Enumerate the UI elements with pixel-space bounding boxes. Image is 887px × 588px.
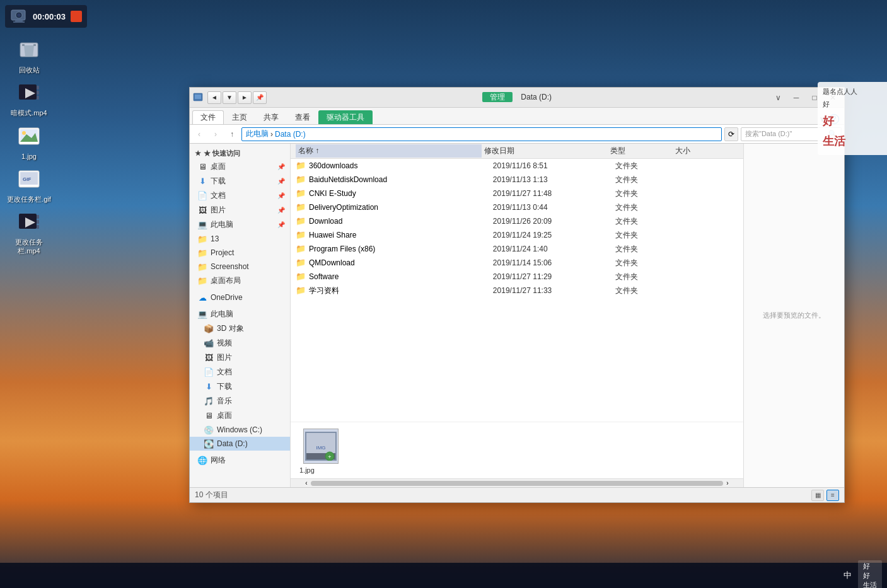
- pin-icon-dl: 📌: [277, 178, 285, 185]
- minimize-button[interactable]: ─: [787, 91, 805, 105]
- sidebar-docs-label: 文档: [211, 190, 226, 201]
- winc-icon: 💿: [204, 425, 214, 435]
- breadcrumb-computer[interactable]: 此电脑: [246, 129, 269, 139]
- file-row[interactable]: 📁 DeliveryOptimization 2019/11/13 0:44 文…: [291, 200, 743, 214]
- up-button[interactable]: ↑: [225, 127, 239, 141]
- img1-label: 1.jpg: [21, 152, 37, 161]
- forward-button[interactable]: ›: [209, 127, 223, 141]
- sidebar-item-13[interactable]: 📁 13: [190, 232, 290, 246]
- file-date: 2019/11/27 11:48: [493, 189, 616, 198]
- sidebar-item-data[interactable]: 💽 Data (D:): [190, 437, 290, 451]
- sidebar-item-screenshot[interactable]: 📁 Screenshot: [190, 260, 290, 274]
- taskbar-lang[interactable]: 中: [840, 568, 855, 582]
- view-btn-grid[interactable]: ▦: [811, 490, 824, 501]
- folder-desktop-icon: 📁: [197, 276, 207, 286]
- onedrive-icon: ☁: [197, 292, 207, 303]
- right-widget: 题名点人人 好 好生活: [818, 82, 887, 155]
- sidebar-item-computer-quick[interactable]: 💻 此电脑 📌: [190, 217, 290, 232]
- sidebar-item-this-pc[interactable]: 💻 此电脑: [190, 307, 290, 321]
- folder-project-icon: 📁: [197, 248, 207, 258]
- file-row[interactable]: 📁 Software 2019/11/27 11:29 文件夹: [291, 270, 743, 284]
- pics-icon: 🖼: [197, 205, 207, 216]
- toolbar-forward-btn[interactable]: ►: [238, 91, 252, 104]
- content-area: ★ ★ 快速访问 🖥 桌面 📌 ⬇ 下载 📌 📄 文档 📌: [190, 144, 844, 487]
- desktop-icon-img1[interactable]: 1.jpg: [6, 124, 52, 161]
- dl2-label: 下载: [217, 381, 232, 392]
- sidebar-item-desktop[interactable]: 🖥 桌面 📌: [190, 159, 290, 174]
- col-header-type[interactable]: 类型: [608, 144, 673, 158]
- this-pc-label: 此电脑: [211, 309, 233, 320]
- file-row[interactable]: 📁 BaiduNetdiskDownload 2019/11/13 1:13 文…: [291, 173, 743, 187]
- sidebar-item-downloads[interactable]: ⬇ 下载 📌: [190, 174, 290, 188]
- data-label: Data (D:): [217, 439, 248, 448]
- expand-down-icon[interactable]: ∨: [769, 91, 787, 105]
- file-row[interactable]: 📁 Program Files (x86) 2019/11/24 1:40 文件…: [291, 242, 743, 256]
- sidebar-item-docs2[interactable]: 📄 文档: [190, 365, 290, 379]
- file-row[interactable]: 📁 Huawei Share 2019/11/24 19:25 文件夹: [291, 228, 743, 242]
- breadcrumb-data[interactable]: Data (D:): [275, 130, 306, 139]
- horizontal-scrollbar[interactable]: ‹ ›: [291, 478, 743, 487]
- sidebar-item-desktop-layout[interactable]: 📁 桌面布局: [190, 274, 290, 288]
- manage-tab-title: 管理: [482, 92, 513, 102]
- file-row[interactable]: 📁 学习资料 2019/11/27 11:33 文件夹: [291, 284, 743, 297]
- sidebar-item-docs[interactable]: 📄 文档 📌: [190, 188, 290, 203]
- desktop-icon-video1[interactable]: 暗模式.mp4: [6, 81, 52, 117]
- sidebar-item-dl2[interactable]: ⬇ 下载: [190, 379, 290, 394]
- mp4-2-icon: [16, 210, 42, 235]
- folder-icon: 📁: [296, 285, 306, 296]
- dl2-icon: ⬇: [204, 382, 214, 392]
- recycle-icon: [16, 38, 42, 63]
- address-path[interactable]: 此电脑 › Data (D:): [241, 127, 722, 141]
- svg-text:+: +: [328, 454, 331, 460]
- refresh-button[interactable]: ⟳: [724, 127, 738, 141]
- toolbar-dropdown-btn[interactable]: ▼: [223, 91, 236, 104]
- view-btn-list[interactable]: ≡: [826, 490, 839, 501]
- scrollbar-thumb[interactable]: [311, 481, 723, 486]
- preview-text: 选择要预览的文件。: [758, 306, 830, 325]
- folder-icon: 📁: [296, 272, 306, 282]
- sidebar-item-winc[interactable]: 💿 Windows (C:): [190, 423, 290, 437]
- col-header-date[interactable]: 修改日期: [482, 144, 607, 158]
- thumbnail-icon[interactable]: IMG +: [303, 429, 339, 464]
- recording-stop-button[interactable]: [71, 11, 82, 22]
- file-row[interactable]: 📁 QMDownload 2019/11/14 15:06 文件夹: [291, 256, 743, 270]
- file-row[interactable]: 📁 Download 2019/11/26 20:09 文件夹: [291, 214, 743, 228]
- file-name: CNKI E-Study: [309, 189, 493, 198]
- sidebar-computer-q-label: 此电脑: [211, 219, 233, 230]
- sidebar-item-pics[interactable]: 🖼 图片 📌: [190, 203, 290, 217]
- sidebar-item-project[interactable]: 📁 Project: [190, 246, 290, 260]
- desktop-icon-recycle[interactable]: 回收站: [6, 38, 52, 74]
- sidebar-item-onedrive[interactable]: ☁ OneDrive: [190, 291, 290, 304]
- file-row[interactable]: 📁 360downloads 2019/11/16 8:51 文件夹: [291, 159, 743, 173]
- col-header-name[interactable]: 名称 ↑: [296, 144, 482, 158]
- folder-icon: 📁: [296, 161, 306, 171]
- svg-rect-12: [37, 91, 39, 95]
- tab-share[interactable]: 共享: [255, 110, 287, 124]
- sidebar-item-network[interactable]: 🌐 网络: [190, 453, 290, 468]
- sidebar-item-3d[interactable]: 📦 3D 对象: [190, 321, 290, 336]
- docs-icon: 📄: [197, 191, 207, 201]
- file-name: Download: [309, 217, 493, 226]
- tab-home[interactable]: 主页: [224, 110, 255, 124]
- scroll-left-btn[interactable]: ‹: [302, 479, 311, 488]
- desktop-icon-mp4-2[interactable]: 更改任务栏.mp4: [6, 210, 52, 256]
- sidebar-item-video[interactable]: 📹 视频: [190, 336, 290, 350]
- col-header-size[interactable]: 大小: [673, 144, 738, 158]
- back-button[interactable]: ‹: [192, 127, 206, 141]
- desktop-icon-gif[interactable]: GIF 更改任务栏.gif: [6, 167, 52, 204]
- toolbar-pin-btn[interactable]: 📌: [253, 91, 267, 104]
- tab-view[interactable]: 查看: [287, 110, 318, 124]
- file-row[interactable]: 📁 CNKI E-Study 2019/11/27 11:48 文件夹: [291, 187, 743, 200]
- view-buttons: ▦ ≡: [811, 490, 839, 501]
- scroll-right-btn[interactable]: ›: [723, 479, 732, 488]
- tab-file[interactable]: 文件: [192, 110, 224, 124]
- sidebar-pics-label: 图片: [211, 205, 226, 216]
- folder13-icon: 📁: [197, 234, 207, 244]
- toolbar-back-btn[interactable]: ◄: [207, 91, 221, 104]
- sidebar-item-music[interactable]: 🎵 音乐: [190, 394, 290, 408]
- sidebar-item-pics2[interactable]: 🖼 图片: [190, 350, 290, 365]
- pics2-label: 图片: [217, 352, 232, 363]
- file-type: 文件夹: [615, 272, 676, 282]
- tab-drive-tools[interactable]: 驱动器工具: [318, 110, 373, 124]
- sidebar-item-table[interactable]: 🖥 桌面: [190, 408, 290, 423]
